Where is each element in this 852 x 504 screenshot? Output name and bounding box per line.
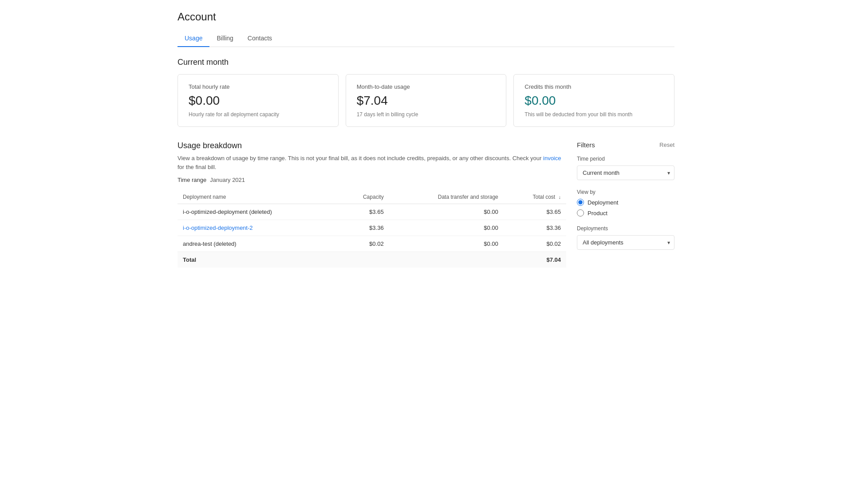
credits-value: $0.00	[525, 94, 663, 108]
col-total-cost[interactable]: Total cost ↓	[504, 190, 566, 204]
mtd-usage-card: Month-to-date usage $7.04 17 days left i…	[346, 74, 507, 127]
deployments-label: Deployments	[577, 225, 674, 232]
hourly-rate-label: Total hourly rate	[189, 83, 327, 90]
time-range-label: Time range	[178, 177, 206, 183]
current-month-title: Current month	[178, 58, 674, 67]
breakdown-main: Usage breakdown View a breakdown of usag…	[178, 141, 566, 268]
total-label: Total	[178, 252, 339, 268]
credits-sub: This will be deducted from your bill thi…	[525, 111, 663, 118]
row3-total-cost: $0.02	[504, 236, 566, 252]
table-row: i-o-optimized-deployment (deleted) $3.65…	[178, 204, 566, 220]
reset-button[interactable]: Reset	[659, 142, 674, 148]
col-data-transfer: Data transfer and storage	[389, 190, 504, 204]
row1-capacity: $3.65	[339, 204, 389, 220]
radio-deployment-input[interactable]	[577, 199, 584, 206]
view-by-label: View by	[577, 189, 674, 195]
time-range-value: January 2021	[210, 177, 245, 183]
total-data-transfer	[389, 252, 504, 268]
deployments-select-wrapper: All deployments ▾	[577, 235, 674, 250]
hourly-rate-card: Total hourly rate $0.00 Hourly rate for …	[178, 74, 339, 127]
row2-total-cost: $3.36	[504, 220, 566, 236]
table-row: andrea-test (deleted) $0.02 $0.00 $0.02	[178, 236, 566, 252]
filters-header: Filters Reset	[577, 141, 674, 149]
view-by-radio-group: Deployment Product	[577, 199, 674, 217]
table-total-row: Total $7.04	[178, 252, 566, 268]
filters-sidebar: Filters Reset Time period Current month …	[577, 141, 674, 268]
radio-product[interactable]: Product	[577, 209, 674, 217]
time-period-label: Time period	[577, 156, 674, 162]
row1-data-transfer: $0.00	[389, 204, 504, 220]
row2-name: i-o-optimized-deployment-2	[178, 220, 339, 236]
row2-name-link[interactable]: i-o-optimized-deployment-2	[183, 224, 253, 231]
filter-time-period: Time period Current month Last month Las…	[577, 156, 674, 180]
row3-name: andrea-test (deleted)	[178, 236, 339, 252]
invoice-link[interactable]: invoice	[543, 155, 561, 161]
sort-icon: ↓	[559, 194, 561, 200]
radio-product-input[interactable]	[577, 209, 584, 217]
time-range-row: Time range January 2021	[178, 177, 566, 183]
breakdown-desc-after: for the final bill.	[178, 164, 216, 170]
tab-usage[interactable]: Usage	[178, 30, 209, 47]
breakdown-desc-before: View a breakdown of usage by time range.…	[178, 155, 543, 161]
mtd-usage-label: Month-to-date usage	[357, 83, 496, 90]
mtd-usage-value: $7.04	[357, 94, 496, 108]
breakdown-desc: View a breakdown of usage by time range.…	[178, 154, 566, 171]
col-deployment-name: Deployment name	[178, 190, 339, 204]
total-capacity	[339, 252, 389, 268]
tab-billing[interactable]: Billing	[209, 30, 240, 47]
credits-card: Credits this month $0.00 This will be de…	[513, 74, 674, 127]
total-cost: $7.04	[504, 252, 566, 268]
col-capacity: Capacity	[339, 190, 389, 204]
credits-label: Credits this month	[525, 83, 663, 90]
breakdown-container: Usage breakdown View a breakdown of usag…	[178, 141, 674, 268]
radio-deployment-label: Deployment	[588, 199, 618, 206]
hourly-rate-value: $0.00	[189, 94, 327, 108]
tabs-nav: Usage Billing Contacts	[178, 30, 674, 47]
page-title: Account	[178, 11, 674, 23]
usage-table: Deployment name Capacity Data transfer a…	[178, 190, 566, 268]
row1-total-cost: $3.65	[504, 204, 566, 220]
row1-name: i-o-optimized-deployment (deleted)	[178, 204, 339, 220]
time-period-select[interactable]: Current month Last month Last 3 months	[577, 165, 674, 180]
radio-deployment[interactable]: Deployment	[577, 199, 674, 206]
table-row: i-o-optimized-deployment-2 $3.36 $0.00 $…	[178, 220, 566, 236]
row2-capacity: $3.36	[339, 220, 389, 236]
row2-data-transfer: $0.00	[389, 220, 504, 236]
mtd-usage-sub: 17 days left in billing cycle	[357, 111, 496, 118]
deployments-select[interactable]: All deployments	[577, 235, 674, 250]
hourly-rate-sub: Hourly rate for all deployment capacity	[189, 111, 327, 118]
row3-data-transfer: $0.00	[389, 236, 504, 252]
breakdown-title: Usage breakdown	[178, 141, 566, 150]
row3-capacity: $0.02	[339, 236, 389, 252]
tab-contacts[interactable]: Contacts	[241, 30, 279, 47]
filters-title: Filters	[577, 141, 595, 149]
filter-view-by: View by Deployment Product	[577, 189, 674, 217]
radio-product-label: Product	[588, 210, 607, 217]
cards-row: Total hourly rate $0.00 Hourly rate for …	[178, 74, 674, 127]
time-period-select-wrapper: Current month Last month Last 3 months ▾	[577, 165, 674, 180]
filter-deployments: Deployments All deployments ▾	[577, 225, 674, 250]
